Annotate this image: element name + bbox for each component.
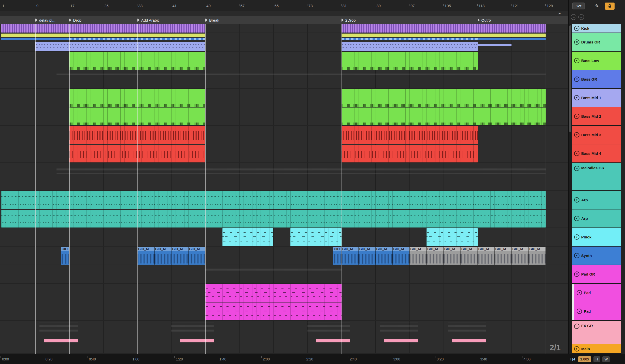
locator-add-arabic[interactable]: Add Arabic [137,16,160,24]
clip[interactable] [171,322,214,332]
track-lane-bass-gr[interactable] [0,70,568,89]
track-lane-pad[interactable] [0,302,568,321]
clip[interactable] [1,191,546,209]
clip[interactable]: GIO_M [409,247,427,265]
locator-2drop[interactable]: 2Drop [342,16,356,24]
clip[interactable] [342,89,546,107]
fold-arrow-icon[interactable]: ▼ [574,95,579,100]
fold-arrow-icon[interactable]: ▼ [574,216,579,221]
clip[interactable] [452,339,486,342]
clip[interactable] [69,52,205,70]
track-lane-kick[interactable] [0,24,568,33]
track-lanes-area[interactable]: GIOGIO_MGIO_MGIO_MGIO_MGIOGIO_MGIO_MGIO_… [0,24,568,354]
draw-mode-icon[interactable]: ✎ [592,3,602,10]
track-header-fx-gr[interactable]: ≡FX GR [572,321,621,344]
track-header-pluck[interactable]: ▼Pluck [572,228,621,247]
track-header-pad-gr[interactable]: ≡Pad GR [572,265,621,284]
clip[interactable] [35,42,205,51]
track-lane-main[interactable] [0,344,568,354]
clip[interactable]: GIO_M [461,247,478,265]
track-header-kick[interactable]: ▶Kick [572,24,621,33]
clip[interactable] [56,71,546,75]
track-lane-arp[interactable] [0,209,568,228]
track-lane-drums-gr[interactable] [0,33,568,52]
clip[interactable] [1,34,205,37]
track-lane-bass-mid-2[interactable] [0,107,568,126]
clip[interactable]: GIO [61,247,69,265]
clip[interactable]: GIO_M [529,247,546,265]
play-icon[interactable]: ▶ [574,26,579,31]
scrub-area[interactable]: ► [0,11,568,16]
clip[interactable] [290,228,342,246]
fold-arrow-icon[interactable]: ▼ [574,253,579,258]
fold-arrow-icon[interactable]: ▼ [574,197,579,203]
back-arrow-button[interactable]: ← [571,14,576,20]
track-header-bass-mid-1[interactable]: ▼Bass Mid 1 [572,89,621,107]
clip[interactable] [69,145,205,162]
clip[interactable]: GIO_M [171,247,188,265]
clip[interactable] [222,228,274,246]
track-header-arp[interactable]: ▼Arp [572,191,621,209]
zoom-width-button[interactable]: W [602,356,610,362]
vertical-scrollbar[interactable] [569,24,572,354]
track-header-bass-gr[interactable]: ≡Bass GR [572,70,621,89]
fold-arrow-icon[interactable]: ▼ [577,309,582,314]
group-fold-icon[interactable]: ≡ [574,271,579,277]
clip[interactable]: GIO_M [427,247,444,265]
lock-button[interactable] [605,3,615,10]
track-lane-bass-low[interactable] [0,52,568,70]
track-lane-arp[interactable] [0,191,568,209]
clip[interactable] [44,339,78,342]
play-icon[interactable]: ▶ [574,346,579,352]
track-lane-melodies-gr[interactable] [0,163,568,191]
clip[interactable] [342,108,546,125]
clip[interactable] [39,322,78,332]
zoom-waveform-icon[interactable] [570,357,576,361]
clip[interactable] [342,52,478,70]
clip[interactable] [342,42,478,51]
clip[interactable] [380,322,418,332]
fold-arrow-icon[interactable]: ▼ [574,132,579,138]
forward-arrow-button[interactable]: → [578,14,584,20]
scrollbar-thumb[interactable] [569,25,571,132]
track-header-melodies-gr[interactable]: ≡Melodies GR [572,163,621,191]
track-lane-pluck[interactable] [0,228,568,247]
clip[interactable] [448,322,486,332]
clip[interactable] [205,284,342,302]
locator-break[interactable]: Break [205,16,219,24]
time-ruler[interactable]: 1.00x H W 0:000:200:401:001:201:402:002:… [0,354,625,364]
fold-arrow-icon[interactable]: ▼ [574,151,579,156]
group-fold-icon[interactable]: ≡ [574,166,579,171]
bar-ruler[interactable]: 191725334149576573818997105113121129 [0,2,568,11]
track-header-pad[interactable]: ▼Pad [572,284,621,302]
zoom-level[interactable]: 1.00x [578,356,591,362]
track-header-bass-mid-2[interactable]: ▼Bass Mid 2 [572,107,621,126]
clip[interactable] [307,322,350,332]
clip[interactable]: GIO_M [137,247,154,265]
clip[interactable]: GIO_M [512,247,529,265]
clip[interactable] [69,126,205,144]
clip[interactable]: GIO_M [154,247,172,265]
locator-outro[interactable]: Outro [478,16,491,24]
clip[interactable] [427,228,478,246]
clip[interactable]: GIO_M [392,247,409,265]
track-header-bass-mid-4[interactable]: ▼Bass Mid 4 [572,144,621,163]
clip[interactable] [69,38,205,40]
group-fold-icon[interactable]: ≡ [574,77,579,82]
clip[interactable]: GIO [333,247,341,265]
clip[interactable] [180,339,214,342]
clip[interactable] [205,267,342,272]
clip[interactable] [1,24,205,33]
clip[interactable] [384,339,418,342]
clip[interactable] [342,34,546,37]
clip[interactable]: GIO_M [375,247,392,265]
clip[interactable] [342,145,478,162]
clip[interactable]: GIO_M [494,247,512,265]
clip[interactable] [478,44,512,46]
track-header-bass-mid-3[interactable]: ▼Bass Mid 3 [572,126,621,144]
fold-arrow-icon[interactable]: ▼ [574,234,579,240]
clip[interactable] [69,108,205,125]
track-lane-bass-mid-3[interactable] [0,126,568,144]
track-lane-bass-mid-1[interactable] [0,89,568,107]
clip[interactable] [56,166,546,174]
